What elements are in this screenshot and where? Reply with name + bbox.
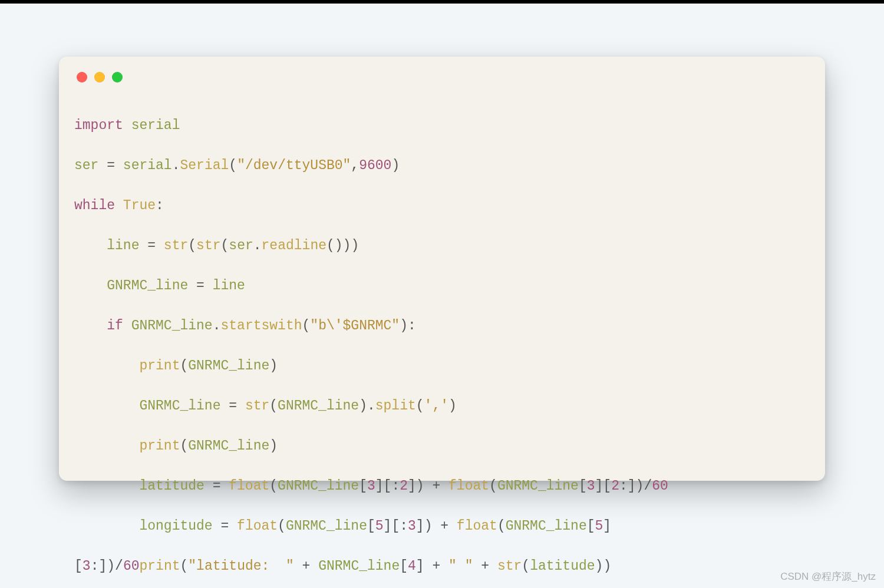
code-line-8: GNRMC_line = str(GNRMC_line).split(',')	[74, 396, 810, 416]
minimize-icon[interactable]	[94, 72, 105, 82]
code-line-1: import serial	[74, 115, 810, 136]
code-window: import serial ser = serial.Serial("/dev/…	[59, 57, 825, 481]
code-line-11: longitude = float(GNRMC_line[5][:3]) + f…	[74, 516, 810, 536]
page-container: import serial ser = serial.Serial("/dev/…	[0, 4, 884, 588]
watermark-text: CSDN @程序源_hytz	[780, 570, 876, 583]
code-line-3: while True:	[74, 196, 810, 216]
code-line-2: ser = serial.Serial("/dev/ttyUSB0",9600)	[74, 156, 810, 176]
code-line-12: [3:])/60print("latitude: " + GNRMC_line[…	[74, 556, 810, 576]
code-line-6: if GNRMC_line.startswith("b\'$GNRMC"):	[74, 316, 810, 336]
code-block: import serial ser = serial.Serial("/dev/…	[74, 95, 810, 588]
code-line-4: line = str(str(ser.readline()))	[74, 236, 810, 256]
code-line-10: latitude = float(GNRMC_line[3][:2]) + fl…	[74, 476, 810, 496]
window-titlebar	[74, 68, 810, 95]
code-line-5: GNRMC_line = line	[74, 276, 810, 296]
code-line-9: print(GNRMC_line)	[74, 436, 810, 456]
close-icon[interactable]	[77, 72, 87, 82]
zoom-icon[interactable]	[112, 72, 123, 82]
code-line-7: print(GNRMC_line)	[74, 356, 810, 376]
